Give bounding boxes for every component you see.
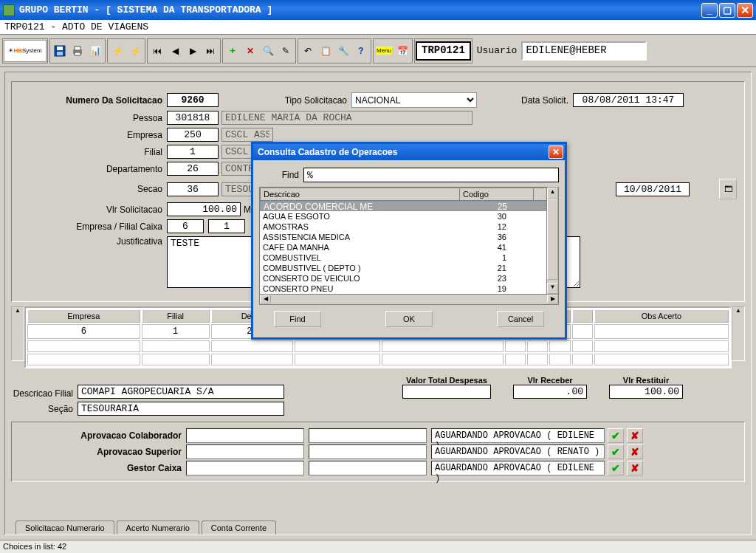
svg-rect-2: [57, 52, 63, 55]
aprov-sup-field1: [186, 444, 304, 459]
next-icon[interactable]: ▶: [184, 40, 202, 62]
aprov-gestor-label: Gestor Caixa: [16, 463, 186, 473]
modal-list-item[interactable]: COMBUSTIVEL1: [260, 253, 558, 263]
vrest-field[interactable]: [609, 385, 683, 399]
grid-header[interactable]: Filial: [142, 309, 210, 323]
depto-label: Departamento: [19, 164, 167, 174]
tab-acerto[interactable]: Acerto Numerario: [117, 521, 199, 535]
modal-find-input[interactable]: [303, 168, 559, 182]
modal-list-item[interactable]: ACORDO COMERCIAL ME25: [260, 201, 558, 211]
aprov-gestor-status: AGUARDANDO APROVACAO ( EDILENE ): [431, 461, 605, 475]
desc-filial-field[interactable]: [78, 385, 284, 399]
find-icon[interactable]: 🔍: [259, 40, 277, 62]
grid-header[interactable]: Obs Acerto: [594, 309, 729, 323]
delete-icon[interactable]: ✕: [241, 40, 259, 62]
modal-ok-button[interactable]: OK: [385, 311, 433, 327]
graph-icon[interactable]: 📊: [86, 40, 104, 62]
data-solicit-field[interactable]: [573, 93, 684, 107]
grid-header[interactable]: [572, 309, 593, 323]
grid-header[interactable]: Empresa: [27, 309, 140, 323]
modal-list-item[interactable]: CAFE DA MANHA41: [260, 242, 558, 253]
grid-cell[interactable]: [594, 324, 729, 339]
vtd-field[interactable]: [402, 385, 491, 399]
vlr-solic-label: Vlr Solicitacao: [19, 205, 167, 215]
paste-icon[interactable]: 📋: [317, 40, 334, 62]
pessoa-code[interactable]: [167, 111, 219, 125]
vrec-label: Vlr Receber: [513, 376, 587, 385]
modal-cancel-button[interactable]: Cancel: [497, 311, 544, 327]
efc-label: Empresa / Filial Caixa: [19, 221, 167, 232]
minimize-button[interactable]: _: [701, 3, 718, 18]
pessoa-name: [221, 111, 472, 125]
num-solicitacao-field[interactable]: [167, 93, 219, 107]
tipo-select[interactable]: NACIONAL: [351, 92, 477, 108]
print-icon[interactable]: [69, 40, 86, 62]
edit-icon[interactable]: ✎: [277, 40, 295, 62]
desc-filial-label: Descricao Filial: [11, 388, 78, 399]
modal-list-item[interactable]: CONSERTO PNEU19: [260, 284, 558, 294]
svg-rect-4: [75, 47, 80, 50]
aprov-sup-approve-button[interactable]: ✔: [608, 444, 624, 459]
empresa-name: [221, 128, 273, 142]
data-side-field[interactable]: [616, 182, 690, 196]
wizard1-icon[interactable]: ⚡: [109, 40, 126, 62]
modal-vscroll[interactable]: ▲▼: [546, 188, 558, 294]
modal-list[interactable]: Descricao Codigo ACORDO COMERCIAL ME25AG…: [259, 187, 559, 305]
wizard2-icon[interactable]: ⚡: [126, 40, 144, 62]
undo-icon[interactable]: ↶: [299, 40, 317, 62]
vrec-field[interactable]: [513, 385, 587, 399]
efc-b[interactable]: [208, 219, 245, 233]
side-action-button[interactable]: 🗔: [719, 179, 737, 199]
main-toolbar: ☀HBSystem 📊 ⚡ ⚡ ⏮ ◀ ▶ ⏭ ＋ ✕ 🔍 ✎ ↶ 📋 🔧 ? …: [0, 35, 756, 67]
aprov-gestor-approve-button[interactable]: ✔: [608, 461, 624, 475]
first-icon[interactable]: ⏮: [148, 40, 166, 62]
grid-left-scroll[interactable]: ▲: [11, 306, 24, 361]
close-window-button[interactable]: ✕: [737, 3, 753, 18]
modal-col-desc: Descricao: [261, 188, 460, 200]
aprov-gestor-reject-button[interactable]: ✘: [627, 461, 643, 475]
modal-title: Consulta Cadastro de Operacoes: [258, 147, 549, 157]
last-icon[interactable]: ⏭: [202, 40, 219, 62]
depto-code[interactable]: [167, 162, 219, 176]
help-icon[interactable]: ?: [352, 40, 370, 62]
vtd-label: Valor Total Despesas: [402, 376, 491, 385]
maximize-button[interactable]: ▢: [719, 3, 735, 18]
grid-cell[interactable]: 1: [142, 324, 210, 339]
svg-rect-5: [75, 52, 80, 55]
aprov-sup-reject-button[interactable]: ✘: [627, 444, 643, 459]
tab-conta-corrente[interactable]: Conta Corrente: [202, 521, 276, 535]
efc-a[interactable]: [167, 219, 204, 233]
modal-list-item[interactable]: AGUA E ESGOTO30: [260, 211, 558, 221]
filial-code[interactable]: [167, 145, 219, 159]
tipo-label: Tipo Solicitacao: [278, 95, 351, 106]
modal-list-item[interactable]: ASSISTENCIA MEDICA36: [260, 232, 558, 242]
grid-cell[interactable]: [572, 324, 593, 339]
window-title: GRUPO BERTIN - [ SISTEMA DA TRANSPORTADO…: [19, 4, 700, 16]
aprov-colab-approve-button[interactable]: ✔: [608, 428, 624, 443]
empresa-code[interactable]: [167, 128, 219, 142]
aprov-gestor-field1: [186, 461, 304, 475]
aprov-colab-field1: [186, 428, 304, 443]
modal-hscroll[interactable]: ◀▶: [260, 294, 558, 304]
calendar-icon[interactable]: 📅: [394, 40, 411, 62]
tab-solicitacao[interactable]: Solicitacao Numerario: [16, 521, 114, 535]
aprov-colab-field2: [309, 428, 427, 443]
grid-cell[interactable]: 6: [27, 324, 140, 339]
save-icon[interactable]: [51, 40, 69, 62]
add-icon[interactable]: ＋: [224, 40, 241, 62]
modal-close-button[interactable]: ✕: [549, 145, 563, 159]
aprov-sup-label: Aprovacao Superior: [16, 447, 186, 457]
secao-code[interactable]: [167, 182, 219, 196]
menu-icon[interactable]: Menu: [374, 40, 394, 62]
modal-find-button[interactable]: Find: [274, 311, 321, 327]
aprov-colab-reject-button[interactable]: ✘: [627, 428, 643, 443]
vlr-solic-field[interactable]: [167, 202, 241, 216]
grid-right-scroll[interactable]: ▲: [732, 306, 745, 361]
prev-icon[interactable]: ◀: [166, 40, 184, 62]
tool-icon[interactable]: 🔧: [334, 40, 352, 62]
modal-list-item[interactable]: COMBUSTIVEL ( DEPTO )21: [260, 263, 558, 273]
modal-list-item[interactable]: AMOSTRAS12: [260, 221, 558, 232]
secao2-field[interactable]: [78, 402, 284, 416]
modal-list-item[interactable]: CONSERTO DE VEICULO23: [260, 273, 558, 284]
modal-list-item[interactable]: CURSOS E TREINAMENTOS16: [260, 304, 558, 305]
